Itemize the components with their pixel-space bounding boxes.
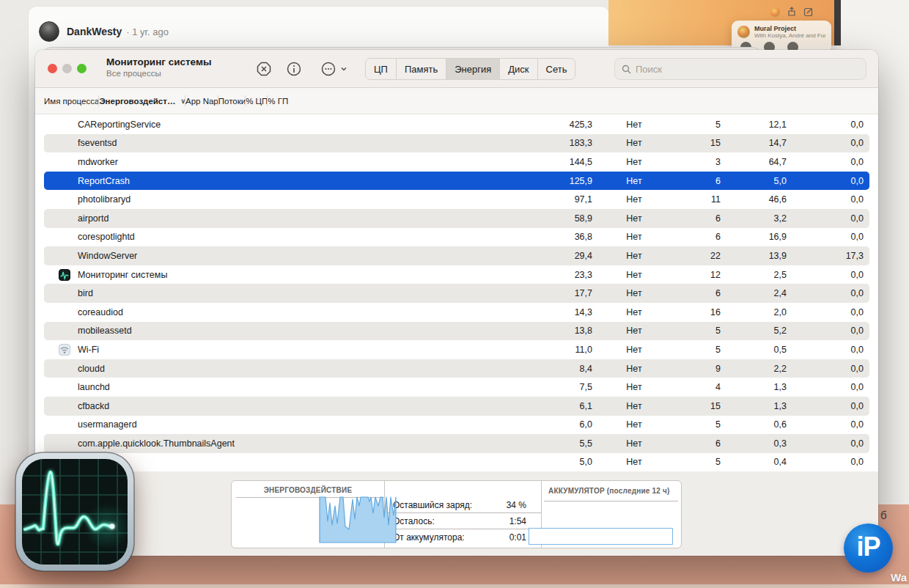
zoom-button[interactable] xyxy=(77,64,87,73)
avatar[interactable] xyxy=(39,21,59,42)
table-row[interactable]: photolibraryd 97,1 Нет 11 46,6 0,0 xyxy=(44,190,869,209)
table-row[interactable]: cfbackd 6,1 Нет 15 1,3 0,0 xyxy=(44,397,869,416)
table-row[interactable]: coreaudiod 14,3 Нет 16 2,0 0,0 xyxy=(44,303,869,322)
battery-stat-row: Осталось: 1:54 xyxy=(384,513,541,529)
threads-value: 12 xyxy=(666,270,729,280)
app-nap-value: Нет xyxy=(603,120,666,130)
share-icon[interactable] xyxy=(787,7,797,17)
desktop-bottom-strip xyxy=(0,584,909,588)
table-row[interactable]: cloudd 8,4 Нет 9 2,2 0,0 xyxy=(44,359,869,378)
threads-value: 11 xyxy=(666,194,729,205)
cpu-percent-value: 14,7 xyxy=(729,138,799,148)
chevron-down-icon[interactable] xyxy=(340,65,347,73)
energy-impact-value: 36,8 xyxy=(484,232,603,242)
energy-impact-value: 144,5 xyxy=(484,157,603,167)
mural-project-avatar xyxy=(737,26,750,38)
process-name: cfbackd xyxy=(78,401,109,411)
table-row[interactable]: corespotlightd 36,8 Нет 6 16,9 0,0 xyxy=(44,228,869,247)
window-footer: ЭНЕРГОВОЗДЕЙСТВИЕ Оставшийся заряд: 34 %… xyxy=(35,471,878,556)
gpu-percent-value: 0,0 xyxy=(799,419,869,430)
quit-process-button[interactable] xyxy=(256,61,272,77)
column-header[interactable]: % ЦП ∨ xyxy=(246,88,268,114)
minimize-button[interactable] xyxy=(62,64,72,73)
table-row[interactable]: Мониторинг системы 23,3 Нет 12 2,5 0,0 xyxy=(44,265,869,284)
table-row[interactable]: WindowServer 29,4 Нет 22 13,9 17,3 xyxy=(44,246,869,265)
search-field[interactable] xyxy=(614,58,866,80)
column-header[interactable]: % ГП ∨ xyxy=(268,88,288,114)
gpu-percent-value: 0,0 xyxy=(799,157,869,167)
cpu-percent-value: 46,6 xyxy=(729,194,799,205)
tab[interactable]: Диск xyxy=(499,59,537,79)
battery-level-graph xyxy=(529,528,673,545)
table-row[interactable]: airportd 58,9 Нет 6 3,2 0,0 xyxy=(44,209,869,228)
process-name: fseventsd xyxy=(78,138,117,148)
gpu-percent-value: 0,0 xyxy=(799,213,869,224)
table-row[interactable]: ReportCrash 125,9 Нет 6 5,0 0,0 xyxy=(44,172,869,191)
close-button[interactable] xyxy=(48,64,57,73)
column-header[interactable]: App Nap ∨ xyxy=(185,88,218,114)
laptop-bezel xyxy=(834,0,841,45)
tab[interactable]: Память xyxy=(396,59,446,79)
stat-value: 0:01 xyxy=(509,532,526,543)
table-row[interactable]: mobileassetd 13,8 Нет 5 5,2 0,0 xyxy=(44,322,869,341)
table-row[interactable]: fseventsd 183,3 Нет 15 14,7 0,0 xyxy=(44,134,869,153)
table-row[interactable]: com.apple.quicklook.ThumbnailsAgent 5,5 … xyxy=(44,434,869,453)
gpu-percent-value: 0,0 xyxy=(799,401,869,411)
process-name: ReportCrash xyxy=(78,176,130,186)
ellipsis-icon xyxy=(320,61,336,77)
energy-impact-value: 17,7 xyxy=(484,288,603,298)
table-row[interactable]: Wi-Fi 11,0 Нет 5 0,5 0,0 xyxy=(44,340,869,359)
process-name: cloudd xyxy=(78,364,105,374)
column-header[interactable]: Энерговоздейст… ∨ xyxy=(99,88,185,114)
app-nap-value: Нет xyxy=(603,138,666,148)
more-options-button[interactable] xyxy=(320,61,336,77)
table-row[interactable]: mdworker 144,5 Нет 3 64,7 0,0 xyxy=(44,152,869,172)
table-row[interactable]: CAReportingService 425,3 Нет 5 12,1 0,0 xyxy=(44,115,869,134)
process-table: CAReportingService 425,3 Нет 5 12,1 0,0 xyxy=(35,114,878,471)
column-header[interactable]: Потоки ∨ xyxy=(218,88,246,114)
threads-value: 22 xyxy=(666,251,729,261)
threads-value: 5 xyxy=(666,326,729,336)
battery-chart-axis-line xyxy=(544,501,678,501)
process-name: photolibraryd xyxy=(78,194,130,205)
gpu-percent-value: 0,0 xyxy=(799,382,869,392)
compose-icon[interactable] xyxy=(803,7,814,17)
column-header[interactable]: Имя процесса ∨ xyxy=(44,88,99,114)
comment-author[interactable]: DankWesty xyxy=(67,26,122,37)
title-block: Мониторинг системы Все процессы xyxy=(106,56,211,78)
threads-value: 3 xyxy=(666,157,729,167)
gpu-percent-value: 0,0 xyxy=(799,457,869,467)
cpu-percent-value: 16,9 xyxy=(729,232,799,242)
energy-impact-value: 6,1 xyxy=(484,401,603,411)
table-row[interactable]: usermanagerd 6,0 Нет 5 0,6 0,0 xyxy=(44,416,869,435)
process-name: airportd xyxy=(78,213,108,224)
cpu-percent-value: 2,0 xyxy=(729,307,799,317)
gpu-percent-value: 0,0 xyxy=(799,138,869,148)
process-name: mobileassetd xyxy=(78,326,132,336)
activity-monitor-mini-icon xyxy=(59,269,70,281)
app-nap-value: Нет xyxy=(603,457,666,467)
gpu-percent-value: 0,0 xyxy=(799,438,869,449)
process-name: com.apple.quicklook.ThumbnailsAgent xyxy=(78,438,235,449)
tab[interactable]: Энергия xyxy=(446,59,499,79)
app-nap-value: Нет xyxy=(603,232,666,242)
activity-monitor-app-icon[interactable] xyxy=(15,452,135,572)
table-row[interactable]: bird 17,7 Нет 6 2,4 0,0 xyxy=(44,284,869,303)
table-row[interactable]: launchd 7,5 Нет 4 1,3 0,0 xyxy=(44,378,869,397)
app-nap-value: Нет xyxy=(603,364,666,374)
threads-value: 5 xyxy=(666,457,729,467)
table-row[interactable]: 5,0 Нет 5 0,4 0,0 xyxy=(44,453,869,472)
battery-stat-row: От аккумулятора: 0:01 xyxy=(384,529,541,545)
inspect-process-button[interactable] xyxy=(286,61,302,77)
window-toolbar: Мониторинг системы Все процессы xyxy=(35,50,878,88)
app-nap-value: Нет xyxy=(603,307,666,317)
energy-impact-value: 125,9 xyxy=(484,176,603,186)
gpu-percent-value: 0,0 xyxy=(799,288,869,298)
search-input[interactable] xyxy=(636,64,859,75)
tab[interactable]: ЦП xyxy=(366,59,396,79)
gpu-percent-value: 0,0 xyxy=(799,364,869,374)
cpu-percent-value: 1,3 xyxy=(729,382,799,392)
tab[interactable]: Сеть xyxy=(537,59,575,79)
collaborator-avatar-icon[interactable] xyxy=(770,7,780,17)
process-name: usermanagerd xyxy=(78,419,137,430)
